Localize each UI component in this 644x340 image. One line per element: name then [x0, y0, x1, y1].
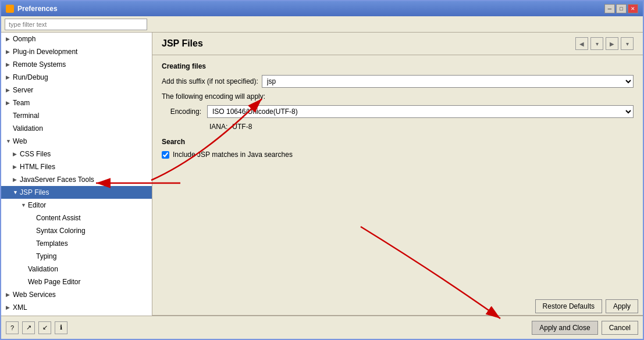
info-icon[interactable]: ℹ — [55, 321, 67, 334]
search-section-label: Search — [162, 138, 634, 146]
tree-arrow-remote-systems: ▶ — [6, 59, 13, 70]
forward-button[interactable]: ▶ — [606, 37, 618, 50]
tree-item-html-files[interactable]: ▶HTML Files — [1, 160, 152, 173]
apply-close-button[interactable]: Apply and Close — [532, 321, 597, 335]
tree-item-oomph[interactable]: ▶Oomph — [1, 33, 152, 45]
right-header: JSP Files ◀ ▾ ▶ ▾ — [152, 33, 643, 55]
secondary-action-bar: Restore Defaults Apply — [152, 297, 643, 316]
tree-arrow-server: ▶ — [6, 85, 13, 95]
tree-arrow-css-files: ▶ — [13, 149, 20, 159]
right-content: Creating files Add this suffix (if not s… — [152, 55, 643, 297]
jsp-matches-checkbox[interactable] — [162, 151, 169, 159]
restore-defaults-button[interactable]: Restore Defaults — [535, 299, 602, 313]
tree-label-terminal: Terminal — [13, 110, 39, 121]
tree-label-team: Team — [13, 98, 30, 108]
tree-arrow-xml: ▶ — [6, 302, 13, 313]
bottom-right-buttons: Apply and Close Cancel — [532, 321, 638, 335]
close-button[interactable]: ✕ — [628, 4, 638, 13]
apply-button[interactable]: Apply — [606, 299, 638, 313]
tree-label-validation: Validation — [13, 123, 43, 134]
nav-buttons: ◀ ▾ ▶ ▾ — [575, 37, 634, 50]
tree-label-run-debug: Run/Debug — [13, 72, 48, 83]
suffix-label: Add this suffix (if not specified): — [162, 77, 258, 85]
tree-label-editor: Editor — [28, 200, 46, 210]
tree-label-server: Server — [13, 85, 33, 95]
tree-item-css-files[interactable]: ▶CSS Files — [1, 148, 152, 160]
export-prefs-icon[interactable]: ↗ — [22, 321, 35, 334]
bottom-bar: ? ↗ ↙ ℹ Apply and Close Cancel — [1, 316, 643, 339]
suffix-row: Add this suffix (if not specified): jsp — [162, 75, 634, 88]
bottom-left-icons: ? ↗ ↙ ℹ — [6, 321, 67, 334]
tree-item-terminal[interactable]: Terminal — [1, 109, 152, 122]
title-bar: Preferences ─ □ ✕ — [1, 1, 643, 16]
tree-label-oomph: Oomph — [13, 34, 35, 44]
tree-label-web-page-editor: Web Page Editor — [28, 277, 81, 287]
tree-item-run-debug[interactable]: ▶Run/Debug — [1, 71, 152, 84]
creating-files-label: Creating files — [162, 62, 634, 70]
tree-item-validation-web[interactable]: Validation — [1, 263, 152, 275]
tree-label-syntax-coloring: Syntax Coloring — [36, 226, 86, 236]
checkbox-label: Include JSP matches in Java searches — [173, 151, 293, 159]
encoding-row: Encoding: ISO 10646/Unicode(UTF-8)US-ASC… — [162, 105, 634, 118]
right-panel: JSP Files ◀ ▾ ▶ ▾ Creating files Add thi… — [152, 33, 643, 316]
tree-arrow-web-services: ▶ — [6, 289, 13, 300]
tree-label-jsp-files: JSP Files — [20, 187, 49, 198]
tree-arrow-plugin-dev: ▶ — [6, 46, 13, 57]
tree-item-jsf-tools[interactable]: ▶JavaServer Faces Tools — [1, 173, 152, 186]
tree-arrow-editor: ▼ — [21, 200, 28, 210]
window-controls: ─ □ ✕ — [604, 4, 638, 13]
tree-item-web[interactable]: ▼Web — [1, 135, 152, 148]
checkbox-row: Include JSP matches in Java searches — [162, 151, 634, 159]
tree-arrow-html-files: ▶ — [13, 162, 20, 172]
help-icon[interactable]: ? — [6, 321, 19, 334]
tree-item-web-page-editor[interactable]: Web Page Editor — [1, 275, 152, 288]
tree-item-xml[interactable]: ▶XML — [1, 301, 152, 314]
iana-row: IANA: UTF-8 — [162, 123, 634, 131]
panel-title: JSP Files — [162, 38, 203, 49]
import-prefs-icon[interactable]: ↙ — [38, 321, 51, 334]
tree-label-typing: Typing — [36, 251, 56, 262]
tree-item-server[interactable]: ▶Server — [1, 84, 152, 96]
main-content: ▶Oomph▶Plug-in Development▶Remote System… — [1, 33, 643, 316]
back-button[interactable]: ◀ — [575, 37, 588, 50]
search-toolbar — [1, 16, 643, 33]
tree-label-validation-web: Validation — [28, 264, 58, 274]
encoding-select[interactable]: ISO 10646/Unicode(UTF-8)US-ASCIIUTF-16UT… — [207, 105, 634, 118]
tree-item-editor[interactable]: ▼Editor — [1, 199, 152, 212]
filter-search-input[interactable] — [5, 19, 147, 30]
tree-arrow-team: ▶ — [6, 98, 13, 108]
tree-item-plugin-dev[interactable]: ▶Plug-in Development — [1, 45, 152, 58]
tree-item-content-assist[interactable]: Content Assist — [1, 212, 152, 224]
tree-label-web-services: Web Services — [13, 289, 56, 300]
tree-item-jsp-files[interactable]: ▼JSP Files — [1, 186, 152, 199]
nav-dropdown2-button[interactable]: ▾ — [621, 37, 634, 50]
iana-label: IANA: — [209, 123, 227, 131]
encoding-intro-label: The following encoding will apply: — [162, 92, 265, 101]
tree-arrow-web: ▼ — [6, 136, 13, 146]
tree-item-validation[interactable]: Validation — [1, 122, 152, 135]
minimize-button[interactable]: ─ — [604, 4, 615, 13]
search-section: Search Include JSP matches in Java searc… — [162, 138, 634, 159]
tree-item-typing[interactable]: Typing — [1, 250, 152, 263]
tree-arrow-run-debug: ▶ — [6, 72, 13, 83]
maximize-button[interactable]: □ — [616, 4, 627, 13]
tree-arrow-oomph: ▶ — [6, 34, 13, 44]
suffix-select[interactable]: jsp — [262, 75, 634, 88]
cancel-button[interactable]: Cancel — [602, 321, 638, 335]
tree-label-web: Web — [13, 136, 27, 146]
tree-item-remote-systems[interactable]: ▶Remote Systems — [1, 58, 152, 71]
tree-item-syntax-coloring[interactable]: Syntax Coloring — [1, 224, 152, 237]
tree-arrow-jsp-files: ▼ — [13, 187, 20, 198]
tree-item-web-services[interactable]: ▶Web Services — [1, 288, 152, 301]
tree-label-templates: Templates — [36, 238, 68, 249]
encoding-intro-row: The following encoding will apply: — [162, 92, 634, 101]
tree-item-templates[interactable]: Templates — [1, 237, 152, 250]
tree-label-html-files: HTML Files — [20, 162, 55, 172]
tree-item-team[interactable]: ▶Team — [1, 96, 152, 109]
tree-label-css-files: CSS Files — [20, 149, 51, 159]
nav-dropdown-button[interactable]: ▾ — [590, 37, 603, 50]
tree-label-xml: XML — [13, 302, 27, 313]
tree-label-remote-systems: Remote Systems — [13, 59, 66, 70]
preferences-tree: ▶Oomph▶Plug-in Development▶Remote System… — [1, 33, 152, 316]
window-title: Preferences — [17, 5, 58, 13]
